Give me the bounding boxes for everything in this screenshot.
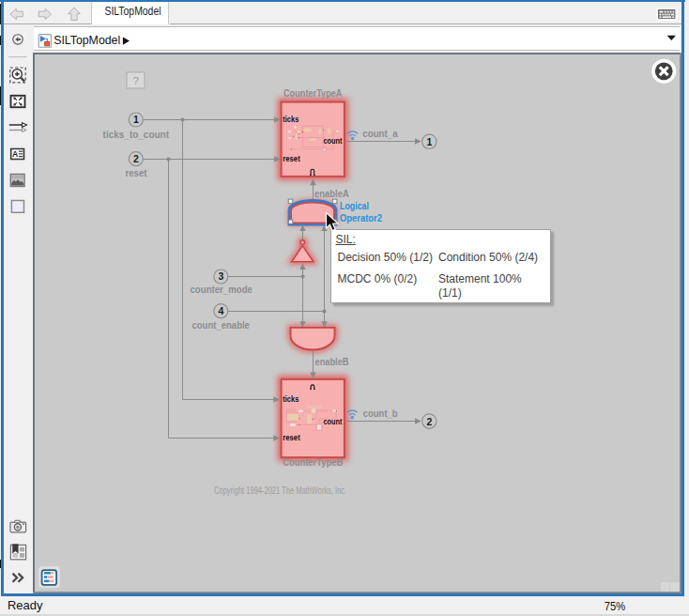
svg-text:CounterTypeA: CounterTypeA [283,88,343,99]
svg-text:SILTopModel: SILTopModel [105,5,161,18]
svg-text:A: A [12,149,18,159]
svg-text:Operator2: Operator2 [340,212,382,223]
svg-text:CounterTypeB: CounterTypeB [283,457,343,468]
svg-text:1: 1 [133,114,139,125]
svg-text:count: count [323,417,342,426]
svg-text:Copyright 1994-2021 The MathWo: Copyright 1994-2021 The MathWorks, Inc. [214,485,346,496]
svg-text:enableA: enableA [314,188,349,199]
svg-text:1: 1 [426,136,432,147]
svg-text:reset: reset [126,167,147,178]
svg-text:3: 3 [218,270,223,282]
svg-text:?: ? [133,75,139,86]
svg-text:2: 2 [426,416,432,427]
svg-text:Logical: Logical [340,200,369,211]
svg-text:enableB: enableB [315,356,349,367]
svg-text:75%: 75% [605,599,626,613]
svg-text:reset: reset [283,154,300,163]
svg-text:ticks: ticks [283,115,299,124]
svg-text:reset: reset [283,433,300,442]
svg-text:ticks: ticks [283,394,299,404]
svg-text:ticks_to_count: ticks_to_count [103,129,170,140]
svg-text:count_b: count_b [363,408,398,419]
svg-text:2: 2 [133,153,139,164]
svg-text:4: 4 [218,305,223,316]
svg-text:count: count [323,136,342,146]
svg-text:Ready: Ready [8,598,43,612]
svg-text:count_enable: count_enable [192,319,251,331]
svg-text:count_a: count_a [362,128,398,139]
svg-text:counter_mode: counter_mode [191,284,253,295]
svg-text:SILTopModel: SILTopModel [54,34,120,47]
